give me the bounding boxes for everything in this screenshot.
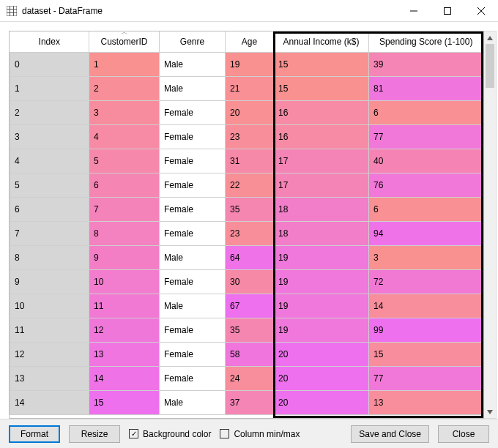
close-footer-button[interactable]: Close <box>438 425 489 443</box>
index-cell[interactable]: 2 <box>10 100 89 124</box>
index-cell[interactable]: 12 <box>10 342 89 366</box>
index-cell[interactable]: 4 <box>10 149 89 173</box>
data-cell[interactable]: 23 <box>226 221 274 245</box>
data-cell[interactable]: 13 <box>369 390 483 414</box>
data-cell[interactable]: 2 <box>89 76 160 100</box>
data-cell[interactable]: 16 <box>274 124 369 149</box>
data-cell[interactable]: 14 <box>89 366 160 390</box>
close-button[interactable] <box>464 0 498 22</box>
data-cell[interactable]: 19 <box>274 245 369 269</box>
data-cell[interactable]: 8 <box>89 221 160 245</box>
data-cell[interactable]: 58 <box>226 342 274 366</box>
data-cell[interactable]: 77 <box>369 124 483 149</box>
data-cell[interactable]: 18 <box>274 197 369 221</box>
index-cell[interactable]: 7 <box>10 221 89 245</box>
data-cell[interactable]: 77 <box>369 366 483 390</box>
save-and-close-button[interactable]: Save and Close <box>351 425 429 443</box>
index-cell[interactable]: 5 <box>10 173 89 197</box>
table-row[interactable]: 1415Male372013 <box>10 390 483 414</box>
table-row[interactable]: 67Female35186 <box>10 197 483 221</box>
data-cell[interactable]: Female <box>160 342 226 366</box>
data-cell[interactable]: 35 <box>226 318 274 342</box>
data-cell[interactable]: 99 <box>369 318 483 342</box>
data-cell[interactable]: 19 <box>274 318 369 342</box>
data-cell[interactable]: 94 <box>369 221 483 245</box>
data-cell[interactable]: 40 <box>369 149 483 173</box>
vertical-scrollbar[interactable] <box>484 31 497 419</box>
maximize-button[interactable] <box>431 0 464 22</box>
data-cell[interactable]: 72 <box>369 269 483 294</box>
column-header[interactable]: Age <box>226 31 274 52</box>
scroll-track[interactable] <box>484 44 496 406</box>
minimize-button[interactable] <box>397 0 431 22</box>
data-cell[interactable]: 12 <box>89 318 160 342</box>
data-cell[interactable]: 24 <box>226 366 274 390</box>
table-row[interactable]: 56Female221776 <box>10 173 483 197</box>
data-cell[interactable]: 3 <box>369 245 483 269</box>
data-cell[interactable]: 21 <box>226 76 274 100</box>
data-cell[interactable]: 17 <box>274 173 369 197</box>
index-cell[interactable]: 10 <box>10 294 89 318</box>
data-cell[interactable]: Female <box>160 124 226 149</box>
data-cell[interactable]: 15 <box>369 342 483 366</box>
data-cell[interactable]: Female <box>160 221 226 245</box>
data-cell[interactable]: 6 <box>369 100 483 124</box>
column-header[interactable]: Spending Score (1-100) <box>369 31 483 52</box>
index-cell[interactable]: 3 <box>10 124 89 149</box>
column-minmax-checkbox[interactable]: Column min/max <box>220 429 300 439</box>
data-cell[interactable]: 15 <box>274 76 369 100</box>
data-cell[interactable]: 15 <box>274 52 369 76</box>
data-cell[interactable]: 81 <box>369 76 483 100</box>
dataframe-table[interactable]: IndexCustomerID︿GenreAgeAnnual Income (k… <box>10 31 483 415</box>
data-cell[interactable]: Female <box>160 366 226 390</box>
data-cell[interactable]: 7 <box>89 197 160 221</box>
data-cell[interactable]: 20 <box>226 100 274 124</box>
data-cell[interactable]: Male <box>160 390 226 414</box>
index-cell[interactable]: 14 <box>10 390 89 414</box>
data-cell[interactable]: Male <box>160 294 226 318</box>
data-cell[interactable]: 10 <box>89 269 160 294</box>
table-row[interactable]: 34Female231677 <box>10 124 483 149</box>
data-cell[interactable]: 1 <box>89 52 160 76</box>
data-cell[interactable]: Female <box>160 149 226 173</box>
table-row[interactable]: 89Male64193 <box>10 245 483 269</box>
data-cell[interactable]: 76 <box>369 173 483 197</box>
data-cell[interactable]: 13 <box>89 342 160 366</box>
data-cell[interactable]: 14 <box>369 294 483 318</box>
data-cell[interactable]: 64 <box>226 245 274 269</box>
resize-button[interactable]: Resize <box>69 425 120 443</box>
data-cell[interactable]: 6 <box>369 197 483 221</box>
column-header[interactable]: Annual Income (k$) <box>274 31 369 52</box>
index-cell[interactable]: 11 <box>10 318 89 342</box>
data-cell[interactable]: 6 <box>89 173 160 197</box>
index-cell[interactable]: 13 <box>10 366 89 390</box>
data-cell[interactable]: Male <box>160 52 226 76</box>
data-cell[interactable]: 30 <box>226 269 274 294</box>
index-cell[interactable]: 9 <box>10 269 89 294</box>
table-row[interactable]: 1112Female351999 <box>10 318 483 342</box>
data-cell[interactable]: 17 <box>274 149 369 173</box>
scroll-down-arrow-icon[interactable] <box>484 406 496 418</box>
table-row[interactable]: 23Female20166 <box>10 100 483 124</box>
table-row[interactable]: 12Male211581 <box>10 76 483 100</box>
background-color-checkbox[interactable]: ✓ Background color <box>129 429 211 439</box>
data-cell[interactable]: 3 <box>89 100 160 124</box>
data-cell[interactable]: 15 <box>89 390 160 414</box>
data-cell[interactable]: 37 <box>226 390 274 414</box>
data-cell[interactable]: 19 <box>274 294 369 318</box>
table-row[interactable]: 01Male191539 <box>10 52 483 76</box>
index-cell[interactable]: 1 <box>10 76 89 100</box>
data-cell[interactable]: 20 <box>274 342 369 366</box>
data-cell[interactable]: Female <box>160 197 226 221</box>
data-cell[interactable]: Female <box>160 269 226 294</box>
column-header[interactable]: CustomerID︿ <box>89 31 160 52</box>
data-cell[interactable]: 39 <box>369 52 483 76</box>
data-cell[interactable]: 19 <box>274 269 369 294</box>
table-row[interactable]: 1314Female242077 <box>10 366 483 390</box>
table-row[interactable]: 78Female231894 <box>10 221 483 245</box>
data-cell[interactable]: Male <box>160 245 226 269</box>
data-cell[interactable]: 22 <box>226 173 274 197</box>
data-cell[interactable]: 20 <box>274 390 369 414</box>
data-cell[interactable]: 16 <box>274 100 369 124</box>
index-cell[interactable]: 8 <box>10 245 89 269</box>
